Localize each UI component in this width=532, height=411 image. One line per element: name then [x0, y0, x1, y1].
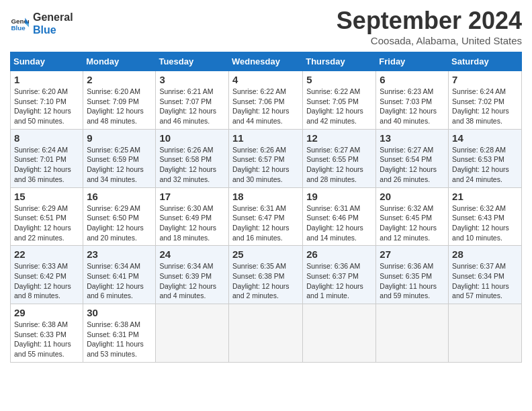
title-area: September 2024 Coosada, Alabama, United …: [337, 7, 522, 46]
day-info: Sunrise: 6:38 AM Sunset: 6:33 PM Dayligh…: [14, 320, 79, 359]
day-info: Sunrise: 6:22 AM Sunset: 7:06 PM Dayligh…: [232, 87, 299, 126]
day-info: Sunrise: 6:34 AM Sunset: 6:39 PM Dayligh…: [159, 261, 225, 301]
page-header: General Blue General Blue September 2024…: [10, 7, 522, 46]
calendar-cell: 12Sunrise: 6:27 AM Sunset: 6:55 PM Dayli…: [303, 129, 376, 187]
calendar-cell: 7Sunrise: 6:24 AM Sunset: 7:02 PM Daylig…: [449, 71, 522, 130]
day-info: Sunrise: 6:26 AM Sunset: 6:57 PM Dayligh…: [232, 145, 299, 185]
day-number: 25: [232, 248, 299, 260]
day-number: 21: [452, 191, 518, 202]
day-info: Sunrise: 6:29 AM Sunset: 6:50 PM Dayligh…: [87, 203, 152, 243]
day-number: 27: [380, 248, 445, 260]
day-number: 6: [380, 74, 445, 85]
day-info: Sunrise: 6:31 AM Sunset: 6:46 PM Dayligh…: [306, 203, 372, 243]
day-number: 13: [380, 132, 445, 144]
day-number: 5: [306, 74, 372, 85]
day-number: 23: [87, 248, 152, 260]
header-saturday: Saturday: [449, 52, 522, 71]
day-info: Sunrise: 6:27 AM Sunset: 6:55 PM Dayligh…: [306, 145, 372, 185]
day-info: Sunrise: 6:21 AM Sunset: 7:07 PM Dayligh…: [159, 87, 225, 126]
calendar-cell: 27Sunrise: 6:36 AM Sunset: 6:35 PM Dayli…: [376, 246, 449, 304]
header-sunday: Sunday: [11, 52, 83, 71]
day-number: 11: [232, 132, 299, 144]
day-number: 30: [87, 307, 152, 318]
calendar-cell: 23Sunrise: 6:34 AM Sunset: 6:41 PM Dayli…: [83, 246, 156, 304]
day-number: 12: [306, 132, 372, 144]
calendar-cell: 9Sunrise: 6:25 AM Sunset: 6:59 PM Daylig…: [83, 129, 156, 187]
calendar-cell: 29Sunrise: 6:38 AM Sunset: 6:33 PM Dayli…: [11, 304, 83, 363]
day-number: 2: [87, 74, 152, 85]
calendar-cell: 24Sunrise: 6:34 AM Sunset: 6:39 PM Dayli…: [156, 246, 229, 304]
calendar-week-1: 1Sunrise: 6:20 AM Sunset: 7:10 PM Daylig…: [11, 71, 522, 130]
header-wednesday: Wednesday: [228, 52, 302, 71]
calendar-cell: 15Sunrise: 6:29 AM Sunset: 6:51 PM Dayli…: [11, 187, 83, 246]
day-number: 17: [159, 191, 225, 202]
day-number: 9: [87, 132, 152, 144]
day-number: 8: [14, 132, 79, 144]
location-title: Coosada, Alabama, United States: [337, 35, 522, 46]
calendar-cell: 8Sunrise: 6:24 AM Sunset: 7:01 PM Daylig…: [11, 129, 83, 187]
day-info: Sunrise: 6:36 AM Sunset: 6:37 PM Dayligh…: [306, 261, 372, 301]
calendar-cell: 11Sunrise: 6:26 AM Sunset: 6:57 PM Dayli…: [228, 129, 302, 187]
day-info: Sunrise: 6:27 AM Sunset: 6:54 PM Dayligh…: [380, 145, 445, 185]
day-info: Sunrise: 6:20 AM Sunset: 7:10 PM Dayligh…: [14, 87, 79, 126]
calendar-cell: 16Sunrise: 6:29 AM Sunset: 6:50 PM Dayli…: [83, 187, 156, 246]
day-info: Sunrise: 6:36 AM Sunset: 6:35 PM Dayligh…: [380, 261, 445, 301]
calendar-cell: 4Sunrise: 6:22 AM Sunset: 7:06 PM Daylig…: [228, 71, 302, 130]
day-info: Sunrise: 6:34 AM Sunset: 6:41 PM Dayligh…: [87, 261, 152, 301]
calendar-cell: [449, 304, 522, 363]
day-number: 14: [452, 132, 518, 144]
day-info: Sunrise: 6:24 AM Sunset: 7:02 PM Dayligh…: [452, 87, 518, 126]
day-info: Sunrise: 6:25 AM Sunset: 6:59 PM Dayligh…: [87, 145, 152, 185]
calendar-cell: 3Sunrise: 6:21 AM Sunset: 7:07 PM Daylig…: [156, 71, 229, 130]
calendar-cell: [228, 304, 302, 363]
day-info: Sunrise: 6:22 AM Sunset: 7:05 PM Dayligh…: [306, 87, 372, 126]
day-info: Sunrise: 6:20 AM Sunset: 7:09 PM Dayligh…: [87, 87, 152, 126]
svg-marker-3: [25, 24, 29, 28]
calendar-week-4: 22Sunrise: 6:33 AM Sunset: 6:42 PM Dayli…: [11, 246, 522, 304]
calendar-cell: 19Sunrise: 6:31 AM Sunset: 6:46 PM Dayli…: [303, 187, 376, 246]
header-tuesday: Tuesday: [156, 52, 229, 71]
day-info: Sunrise: 6:38 AM Sunset: 6:31 PM Dayligh…: [87, 320, 152, 359]
day-number: 19: [306, 191, 372, 202]
day-info: Sunrise: 6:28 AM Sunset: 6:53 PM Dayligh…: [452, 145, 518, 185]
calendar-cell: 26Sunrise: 6:36 AM Sunset: 6:37 PM Dayli…: [303, 246, 376, 304]
day-info: Sunrise: 6:26 AM Sunset: 6:58 PM Dayligh…: [159, 145, 225, 185]
day-number: 24: [159, 248, 225, 260]
calendar-cell: 6Sunrise: 6:23 AM Sunset: 7:03 PM Daylig…: [376, 71, 449, 130]
calendar-cell: 17Sunrise: 6:30 AM Sunset: 6:49 PM Dayli…: [156, 187, 229, 246]
day-info: Sunrise: 6:23 AM Sunset: 7:03 PM Dayligh…: [380, 87, 445, 126]
day-number: 3: [159, 74, 225, 85]
logo-text: General Blue: [33, 11, 73, 36]
day-number: 7: [452, 74, 518, 85]
day-info: Sunrise: 6:37 AM Sunset: 6:34 PM Dayligh…: [452, 261, 518, 301]
header-monday: Monday: [83, 52, 156, 71]
calendar-cell: 14Sunrise: 6:28 AM Sunset: 6:53 PM Dayli…: [449, 129, 522, 187]
day-info: Sunrise: 6:32 AM Sunset: 6:43 PM Dayligh…: [452, 203, 518, 243]
calendar-cell: 2Sunrise: 6:20 AM Sunset: 7:09 PM Daylig…: [83, 71, 156, 130]
day-number: 29: [14, 307, 79, 318]
day-number: 10: [159, 132, 225, 144]
day-info: Sunrise: 6:35 AM Sunset: 6:38 PM Dayligh…: [232, 261, 299, 301]
day-number: 26: [306, 248, 372, 260]
calendar-cell: [303, 304, 376, 363]
day-number: 18: [232, 191, 299, 202]
calendar-week-3: 15Sunrise: 6:29 AM Sunset: 6:51 PM Dayli…: [11, 187, 522, 246]
calendar-week-5: 29Sunrise: 6:38 AM Sunset: 6:33 PM Dayli…: [11, 304, 522, 363]
day-number: 15: [14, 191, 79, 202]
calendar-cell: 30Sunrise: 6:38 AM Sunset: 6:31 PM Dayli…: [83, 304, 156, 363]
calendar-cell: [376, 304, 449, 363]
calendar-cell: 1Sunrise: 6:20 AM Sunset: 7:10 PM Daylig…: [11, 71, 83, 130]
calendar-table: SundayMondayTuesdayWednesdayThursdayFrid…: [10, 52, 522, 363]
day-number: 20: [380, 191, 445, 202]
logo: General Blue General Blue: [10, 11, 73, 36]
calendar-week-2: 8Sunrise: 6:24 AM Sunset: 7:01 PM Daylig…: [11, 129, 522, 187]
calendar-cell: 5Sunrise: 6:22 AM Sunset: 7:05 PM Daylig…: [303, 71, 376, 130]
calendar-header-row: SundayMondayTuesdayWednesdayThursdayFrid…: [11, 52, 522, 71]
calendar-cell: 25Sunrise: 6:35 AM Sunset: 6:38 PM Dayli…: [228, 246, 302, 304]
calendar-cell: 13Sunrise: 6:27 AM Sunset: 6:54 PM Dayli…: [376, 129, 449, 187]
month-title: September 2024: [337, 7, 522, 35]
header-thursday: Thursday: [303, 52, 376, 71]
day-info: Sunrise: 6:30 AM Sunset: 6:49 PM Dayligh…: [159, 203, 225, 243]
svg-text:Blue: Blue: [11, 24, 26, 32]
day-number: 22: [14, 248, 79, 260]
